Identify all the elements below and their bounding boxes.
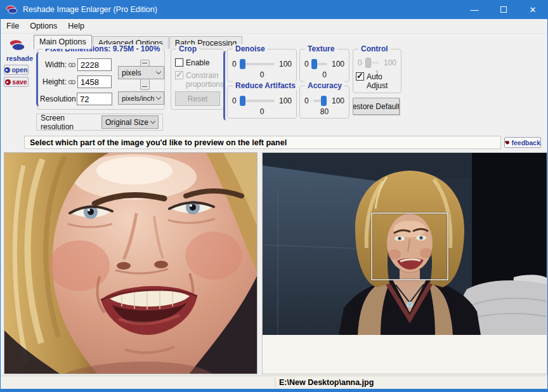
save-button[interactable]: save: [4, 77, 29, 87]
open-icon: [4, 67, 10, 73]
app-logo-icon: [6, 5, 18, 14]
status-separator: [275, 377, 275, 388]
denoise-slider-thumb[interactable]: [240, 59, 245, 69]
screen-resolution-value: Original Size: [105, 118, 148, 127]
crop-group: Crop Enable Constrain proportions Reset: [171, 49, 224, 110]
window-bottom-border: [1, 389, 547, 392]
reshade-logo-icon: [8, 39, 27, 51]
options-section: reshade open save Main Options Advanced …: [1, 34, 547, 133]
denoise-value: 0: [228, 70, 296, 79]
chevron-down-icon: [156, 69, 161, 74]
crop-enable-label: Enable: [186, 58, 209, 67]
window-title: Reshade Image Enlarger (Pro Edition): [23, 5, 157, 14]
overview-photo-image: [263, 153, 547, 335]
accent-bracket: [223, 51, 226, 121]
texture-value: 0: [300, 70, 349, 79]
screen-resolution-dropdown[interactable]: Original Size: [101, 115, 159, 129]
accuracy-slider[interactable]: [313, 100, 327, 102]
menu-options[interactable]: Options: [25, 20, 62, 32]
denoise-group: Denoise 0 100 0: [227, 49, 297, 82]
accuracy-slider-thumb[interactable]: [321, 96, 327, 106]
instruction-message: Select which part of the image you'd lik…: [24, 136, 501, 149]
minimize-icon: —: [471, 5, 479, 15]
width-label: Width:: [40, 60, 67, 69]
crop-enable-checkbox[interactable]: Enable: [175, 58, 209, 67]
height-label: Height:: [40, 77, 67, 86]
texture-title: Texture: [305, 44, 337, 53]
reduce-artifacts-min-label: 0: [232, 96, 237, 105]
texture-slider-thumb[interactable]: [311, 59, 317, 69]
resolution-label: Resolution: [40, 95, 75, 103]
open-button[interactable]: open: [4, 65, 29, 75]
reduce-artifacts-max-label: 100: [279, 96, 292, 105]
preview-panel-left[interactable]: [4, 152, 258, 374]
auto-adjust-checkbox-box[interactable]: [356, 72, 364, 81]
preview-panel-right[interactable]: [262, 152, 547, 374]
resolution-unit-value: pixels/inch: [122, 95, 154, 102]
screen-resolution-label: Screen resolution: [41, 114, 96, 131]
texture-group: Texture 0 100 0: [299, 49, 349, 82]
menu-file[interactable]: File: [1, 20, 24, 32]
height-input[interactable]: [77, 75, 112, 88]
open-button-label: open: [11, 66, 27, 74]
texture-max-label: 100: [332, 60, 344, 69]
control-slider-thumb: [365, 58, 371, 68]
denoise-title: Denoise: [233, 44, 268, 53]
chevron-down-icon: [156, 95, 161, 100]
accuracy-max-label: 100: [332, 96, 344, 105]
chevron-down-icon: [150, 119, 155, 124]
tab-main-options[interactable]: Main Options: [34, 35, 92, 49]
feedback-button[interactable]: feedback: [504, 137, 541, 148]
save-button-label: save: [12, 78, 27, 86]
sidebar: reshade open save: [1, 34, 32, 133]
close-button[interactable]: ✕: [518, 0, 547, 19]
auto-adjust-checkbox[interactable]: Auto Adjust: [356, 72, 401, 90]
close-icon: ✕: [530, 5, 537, 15]
denoise-min-label: 0: [232, 60, 237, 69]
texture-slider[interactable]: [313, 63, 327, 65]
size-unit-value: pixels: [122, 69, 154, 77]
height-link-icon: [68, 79, 76, 85]
crop-enable-checkbox-box[interactable]: [175, 58, 183, 67]
menu-help[interactable]: Help: [63, 20, 89, 32]
texture-min-label: 0: [304, 60, 309, 69]
title-bar: Reshade Image Enlarger (Pro Edition) — ✕: [1, 0, 547, 19]
auto-adjust-label: Auto Adjust: [367, 72, 401, 90]
minimize-button[interactable]: —: [460, 0, 489, 19]
preview-area: [1, 151, 547, 376]
constrain-proportions-label: Constrain proportions: [186, 71, 224, 89]
reduce-artifacts-title: Reduce Artifacts: [233, 81, 298, 90]
brand-label: reshade: [6, 55, 28, 62]
denoise-max-label: 100: [279, 60, 292, 69]
size-unit-dropdown[interactable]: pixels: [118, 66, 164, 79]
width-input[interactable]: [77, 58, 112, 71]
zoomed-face-image: [4, 153, 258, 374]
status-bar: E:\New Desktop\anna.jpg: [1, 376, 547, 389]
resolution-unit-dropdown[interactable]: pixels/inch: [118, 91, 164, 105]
feedback-label: feedback: [511, 139, 540, 147]
file-path: E:\New Desktop\anna.jpg: [279, 378, 374, 387]
screen-resolution-box: Screen resolution Original Size: [36, 114, 163, 131]
reduce-artifacts-value: 0: [228, 107, 296, 116]
crop-group-title: Crop: [176, 44, 199, 53]
resolution-input[interactable]: [77, 93, 112, 105]
maximize-button[interactable]: [489, 0, 518, 19]
restore-defaults-button[interactable]: estore Default: [353, 98, 400, 115]
brand-logo: reshade: [6, 39, 28, 62]
reduce-artifacts-group: Reduce Artifacts 0 100 0: [227, 86, 297, 119]
control-min-label: 0: [358, 58, 362, 67]
accuracy-value: 80: [300, 107, 349, 116]
control-slider: [367, 62, 379, 64]
menu-bar: File Options Help: [1, 19, 547, 34]
constrain-proportions-checkbox-box: [175, 71, 183, 79]
width-link-icon: [68, 62, 76, 68]
denoise-slider[interactable]: [241, 63, 275, 65]
accent-bracket: [36, 52, 39, 107]
control-max-label: 100: [384, 58, 396, 67]
save-icon: [5, 79, 11, 85]
reduce-artifacts-slider-thumb[interactable]: [240, 96, 245, 106]
message-row: Select which part of the image you'd lik…: [1, 133, 547, 151]
accuracy-title: Accuracy: [305, 81, 344, 90]
maximize-icon: [500, 6, 507, 13]
reduce-artifacts-slider[interactable]: [241, 100, 275, 102]
